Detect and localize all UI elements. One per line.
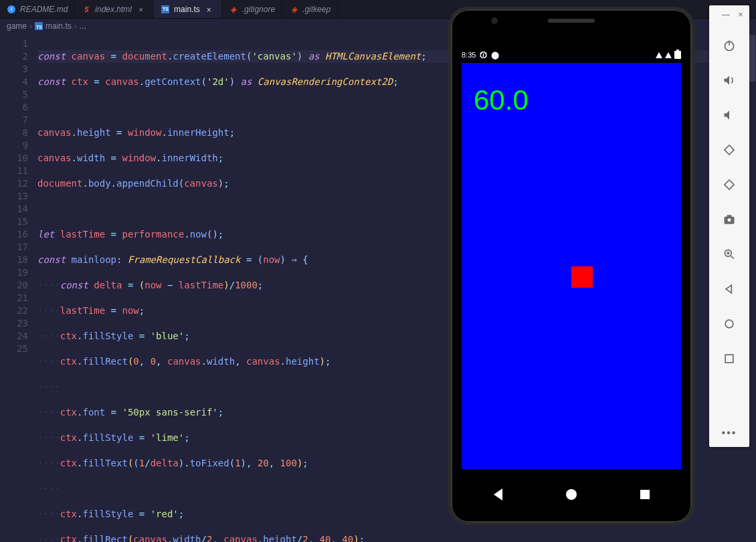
overview-icon[interactable] [721, 351, 737, 367]
close-icon[interactable]: × [207, 5, 215, 13]
svg-line-8 [731, 256, 734, 259]
svg-marker-11 [726, 285, 731, 293]
zoom-icon[interactable] [721, 246, 737, 262]
html5-icon: 5 [82, 5, 91, 14]
home-icon[interactable] [721, 316, 737, 332]
red-square [571, 266, 593, 288]
nav-back-button[interactable] [494, 488, 502, 501]
breadcrumb-file[interactable]: TSmain.ts› [35, 21, 77, 31]
speaker-grill [548, 19, 595, 23]
svg-rect-3 [725, 180, 734, 189]
emulator-toolbar: — × ••• [709, 5, 749, 447]
tab-gitkeep[interactable]: ◈ .gitkeep [282, 0, 338, 18]
battery-icon [674, 51, 681, 59]
nav-home-button[interactable] [566, 489, 577, 500]
tab-label: README.md [20, 5, 68, 14]
status-bar: 8:35 ⏼ ⬤ [462, 48, 681, 62]
app-canvas[interactable]: 60.0 [462, 63, 681, 469]
wifi-icon [656, 52, 662, 58]
svg-rect-2 [725, 145, 734, 155]
tab-label: main.ts [174, 5, 200, 14]
back-icon[interactable] [721, 281, 737, 297]
svg-rect-6 [727, 215, 732, 217]
camera-icon[interactable] [721, 211, 737, 228]
volume-up-icon[interactable] [721, 72, 737, 88]
line-gutter: 1234567891011121314151617181920212223242… [0, 33, 37, 542]
tab-main-ts[interactable]: TS main.ts × [154, 0, 222, 18]
tab-label: index.html [95, 5, 132, 14]
volume-down-icon[interactable] [721, 107, 737, 123]
git-icon: ◈ [289, 5, 298, 14]
svg-point-5 [728, 218, 731, 221]
close-icon[interactable]: × [138, 5, 147, 13]
emulator-phone: 8:35 ⏼ ⬤ 60.0 [448, 7, 694, 525]
globe-icon: ⬤ [491, 51, 499, 60]
power-icon[interactable] [721, 37, 737, 54]
status-time: 8:35 [462, 51, 476, 59]
svg-rect-13 [725, 355, 733, 363]
minimize-button[interactable]: — [721, 10, 731, 19]
front-camera [491, 17, 498, 24]
tab-label: .gitignore [242, 5, 275, 14]
breadcrumb-folder[interactable]: game› [7, 21, 32, 31]
ts-icon: TS [161, 5, 170, 14]
svg-point-12 [725, 320, 733, 328]
rotate-left-icon[interactable] [721, 142, 737, 158]
nav-overview-button[interactable] [640, 490, 650, 499]
rotate-right-icon[interactable] [721, 177, 737, 193]
shield-icon: ⏼ [480, 51, 487, 59]
more-icon[interactable]: ••• [722, 427, 737, 439]
breadcrumb-more[interactable]: ... [80, 21, 86, 31]
git-icon: ◈ [229, 5, 238, 14]
android-navbar [462, 481, 681, 508]
close-button[interactable]: × [736, 10, 745, 19]
tab-index-html[interactable]: 5 index.html × [75, 0, 154, 18]
tab-readme[interactable]: i README.md [0, 0, 75, 18]
signal-icon [665, 52, 672, 58]
info-icon: i [7, 5, 16, 14]
fps-counter: 60.0 [474, 84, 529, 116]
tab-label: .gitkeep [302, 5, 330, 14]
tab-gitignore[interactable]: ◈ .gitignore [222, 0, 282, 18]
